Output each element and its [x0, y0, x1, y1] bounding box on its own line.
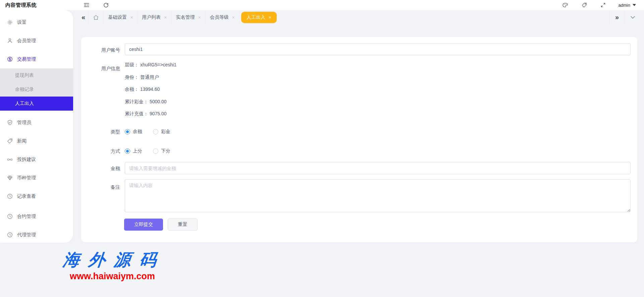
admin-app: 内容管理系统 admin «	[0, 0, 644, 297]
sidebar-item-feedback[interactable]: 投拆建议	[0, 150, 73, 169]
sidebar-submenu-transactions: 提现列表 余额记录 人工出入	[0, 68, 73, 111]
submit-button[interactable]: 立即提交	[124, 219, 163, 231]
radio-bonus-label[interactable]: 彩金	[161, 129, 170, 135]
sidebar-item-label: 管理员	[17, 120, 31, 126]
radio-add-points-label[interactable]: 上分	[133, 148, 142, 154]
user-name: admin	[619, 3, 630, 8]
method-label: 方式	[81, 148, 120, 155]
app-title: 内容管理系统	[0, 2, 74, 8]
palette-icon[interactable]	[562, 2, 569, 8]
tab-label: 基础设置	[108, 14, 127, 20]
sidebar-item-records[interactable]: 记录查看	[0, 187, 73, 205]
dollar-circle-icon	[7, 56, 13, 62]
sidebar-subitem-manual-inout[interactable]: 人工出入	[0, 97, 73, 111]
sidebar-item-admins[interactable]: 管理员	[0, 113, 73, 132]
sidebar-item-contracts[interactable]: 合约管理	[0, 207, 73, 226]
divider	[239, 11, 239, 24]
close-icon[interactable]: ×	[130, 15, 133, 20]
amount-input[interactable]	[125, 162, 631, 174]
remark-label: 备注	[81, 184, 120, 190]
radio-bonus[interactable]	[153, 129, 158, 134]
tab-options-icon[interactable]	[625, 16, 641, 19]
radio-deduct-points[interactable]	[153, 148, 158, 154]
sidebar-item-label: 记录查看	[17, 193, 36, 199]
user-info-line-bonus: 累计彩金： 5000.00	[125, 96, 176, 108]
sidebar-subitem-label: 人工出入	[15, 101, 34, 107]
sidebar-item-label: 代理管理	[17, 232, 36, 238]
clock-circle-icon	[7, 193, 13, 199]
menu-fold-icon[interactable]	[83, 2, 90, 8]
radio-balance-label[interactable]: 余额	[133, 129, 142, 135]
tab-label: 实名管理	[176, 14, 195, 20]
account-label: 用户账号	[81, 47, 120, 53]
topbar: 内容管理系统 admin	[0, 0, 644, 10]
user-info-line-deposit: 累计充值： 9075.00	[125, 108, 176, 120]
home-tab[interactable]	[89, 15, 103, 20]
amount-label: 金额	[81, 166, 120, 172]
tab-manual-inout[interactable]: 人工出入 ×	[241, 12, 277, 23]
reset-button[interactable]: 重置	[168, 219, 198, 231]
sidebar-subitem-withdraw-list[interactable]: 提现列表	[0, 68, 73, 82]
sidebar-item-agents[interactable]: 代理管理	[0, 226, 73, 244]
close-icon[interactable]: ×	[164, 15, 167, 20]
watermark: 海外源码 www.haiwaiym.com	[54, 249, 171, 282]
sidebar-subitem-balance-records[interactable]: 余额记录	[0, 82, 73, 97]
tab-bar-right: »	[609, 10, 641, 25]
watermark-url: www.haiwaiym.com	[54, 271, 171, 282]
refresh-icon[interactable]	[103, 2, 109, 8]
tag-icon	[7, 138, 13, 144]
sidebar-item-currency[interactable]: 币种管理	[0, 169, 73, 187]
sidebar-item-label: 新闻	[17, 138, 26, 144]
sidebar-subitem-label: 余额记录	[15, 86, 34, 93]
sidebar-subitem-label: 提现列表	[15, 72, 34, 78]
clock-circle-icon	[7, 232, 13, 238]
watermark-brand: 海外源码	[52, 249, 172, 271]
close-icon[interactable]: ×	[232, 15, 235, 20]
sidebar-item-label: 交易管理	[17, 56, 36, 62]
sidebar-item-settings[interactable]: 设置	[0, 13, 73, 32]
user-info-label: 用户信息	[81, 66, 120, 72]
tab-label: 用户列表	[142, 14, 161, 20]
radio-deduct-points-label[interactable]: 下分	[161, 148, 170, 154]
user-icon	[7, 38, 13, 44]
sidebar-item-members[interactable]: 会员管理	[0, 32, 73, 50]
tab-bar: « 基础设置 × 用户列表 × 实名管理 × 会员等级 × 人工出	[74, 10, 644, 25]
sidebar-item-label: 币种管理	[17, 175, 36, 181]
close-icon[interactable]: ×	[269, 15, 271, 20]
sidebar-item-label: 会员管理	[17, 38, 36, 44]
gem-icon	[7, 175, 13, 181]
tab-realname[interactable]: 实名管理 ×	[172, 12, 205, 23]
sidebar-item-transactions[interactable]: 交易管理	[0, 50, 73, 68]
radio-add-points[interactable]	[125, 148, 130, 154]
tag-icon[interactable]	[581, 2, 588, 8]
user-menu[interactable]: admin	[619, 3, 636, 8]
type-label: 类型	[81, 129, 120, 135]
tab-user-list[interactable]: 用户列表 ×	[138, 12, 171, 23]
sidebar-item-label: 投拆建议	[17, 157, 36, 163]
scroll-tabs-right-icon[interactable]: »	[609, 14, 625, 21]
user-info-line-identity: 身份： 普通用户	[125, 71, 176, 83]
tab-label: 人工出入	[247, 14, 265, 20]
sidebar-item-label: 设置	[17, 19, 26, 25]
user-info-line-level: 层级： xhuRG5=>ceshi1	[125, 59, 176, 71]
sidebar-item-news[interactable]: 新闻	[0, 132, 73, 150]
tab-label: 会员等级	[210, 14, 229, 20]
scroll-tabs-left-icon[interactable]: «	[82, 14, 88, 21]
manual-inout-form-card: 用户账号 用户信息 层级： xhuRG5=>ceshi1 身份： 普通用户 余额…	[81, 37, 637, 242]
account-input[interactable]	[125, 43, 631, 55]
tab-basic-settings[interactable]: 基础设置 ×	[104, 12, 137, 23]
user-info-line-balance: 余额： 13994.60	[125, 83, 176, 96]
tab-member-level[interactable]: 会员等级 ×	[206, 12, 239, 23]
close-icon[interactable]: ×	[198, 15, 201, 20]
method-radio-group: 上分 下分	[125, 146, 181, 156]
sidebar: 设置 会员管理 交易管理 提现列表 余额记录 人工出入	[0, 10, 73, 243]
type-radio-group: 余额 彩金	[125, 127, 181, 137]
home-icon	[93, 15, 99, 20]
clock-circle-icon	[7, 214, 13, 219]
gear-icon	[7, 19, 13, 25]
radio-balance[interactable]	[125, 129, 130, 134]
sidebar-item-label: 合约管理	[17, 214, 36, 220]
fullscreen-icon[interactable]	[600, 2, 606, 8]
user-info-block: 层级： xhuRG5=>ceshi1 身份： 普通用户 余额： 13994.60…	[125, 59, 176, 120]
remark-textarea[interactable]	[125, 179, 631, 212]
